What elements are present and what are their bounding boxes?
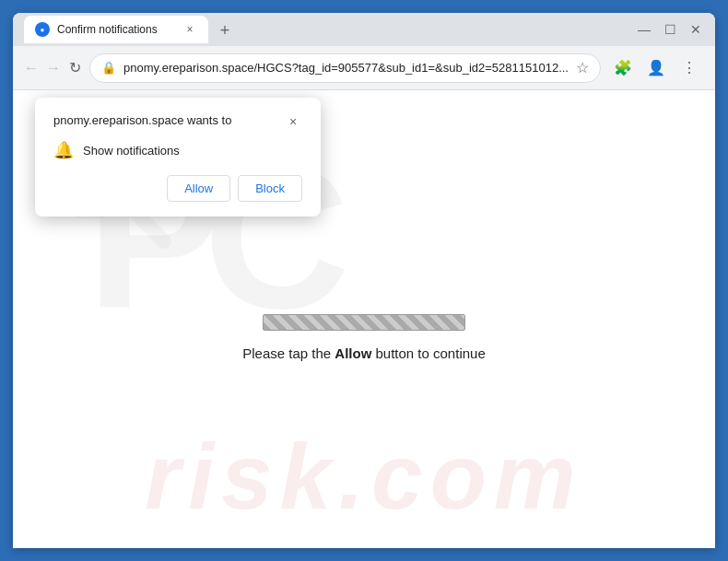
tab-title: Confirm notifications: [57, 23, 175, 36]
tab-strip: Confirm notifications × +: [20, 16, 632, 43]
browser-window: Confirm notifications × + — ☐ ✕ ← → ↻ 🔒 …: [13, 13, 715, 548]
popup-close-button[interactable]: ×: [284, 112, 302, 131]
allow-button[interactable]: Allow: [167, 175, 230, 202]
progress-bar: [263, 314, 465, 331]
refresh-icon: ↻: [69, 59, 81, 76]
permission-label: Show notifications: [83, 144, 180, 158]
extension-icon-button[interactable]: 🧩: [608, 53, 638, 83]
popup-actions: Allow Block: [53, 175, 302, 202]
page-content: PC risk.com Please tap the Allow button …: [13, 90, 715, 548]
active-tab[interactable]: Confirm notifications ×: [24, 16, 208, 43]
continue-text: Please tap the Allow button to continue: [242, 345, 486, 361]
continue-bold: Allow: [335, 345, 371, 361]
lock-icon: 🔒: [101, 61, 116, 75]
bookmark-icon[interactable]: ☆: [576, 59, 589, 76]
address-text: pnomy.ereparison.space/HGCS?tag_id=90557…: [123, 61, 569, 75]
window-controls: — ☐ ✕: [632, 18, 708, 41]
forward-icon: →: [46, 60, 61, 76]
toolbar-right: 🧩 👤 ⋮: [608, 53, 704, 83]
tab-favicon: [35, 22, 50, 37]
close-button[interactable]: ✕: [684, 18, 708, 41]
continue-before: Please tap the: [242, 345, 335, 361]
tab-close-button[interactable]: ×: [182, 22, 197, 37]
refresh-button[interactable]: ↻: [68, 53, 82, 83]
profile-button[interactable]: 👤: [641, 53, 671, 83]
minimize-button[interactable]: —: [632, 18, 656, 41]
title-bar: Confirm notifications × + — ☐ ✕: [13, 13, 715, 46]
popup-site-text: pnomy.ereparison.space wants to: [53, 112, 231, 129]
continue-after: button to continue: [371, 345, 485, 361]
popup-header: pnomy.ereparison.space wants to ×: [53, 112, 302, 131]
block-button[interactable]: Block: [238, 175, 302, 202]
forward-button[interactable]: →: [46, 53, 61, 83]
bell-icon: 🔔: [53, 140, 74, 160]
new-tab-button[interactable]: +: [212, 18, 238, 43]
back-button[interactable]: ←: [24, 53, 39, 83]
progress-bar-container: [263, 314, 465, 331]
toolbar: ← → ↻ 🔒 pnomy.ereparison.space/HGCS?tag_…: [13, 46, 715, 90]
menu-button[interactable]: ⋮: [675, 53, 704, 83]
maximize-button[interactable]: ☐: [658, 18, 682, 41]
address-bar[interactable]: 🔒 pnomy.ereparison.space/HGCS?tag_id=905…: [89, 53, 601, 83]
notification-popup: pnomy.ereparison.space wants to × 🔔 Show…: [35, 98, 321, 216]
popup-permission-row: 🔔 Show notifications: [53, 140, 302, 160]
back-icon: ←: [24, 60, 39, 76]
